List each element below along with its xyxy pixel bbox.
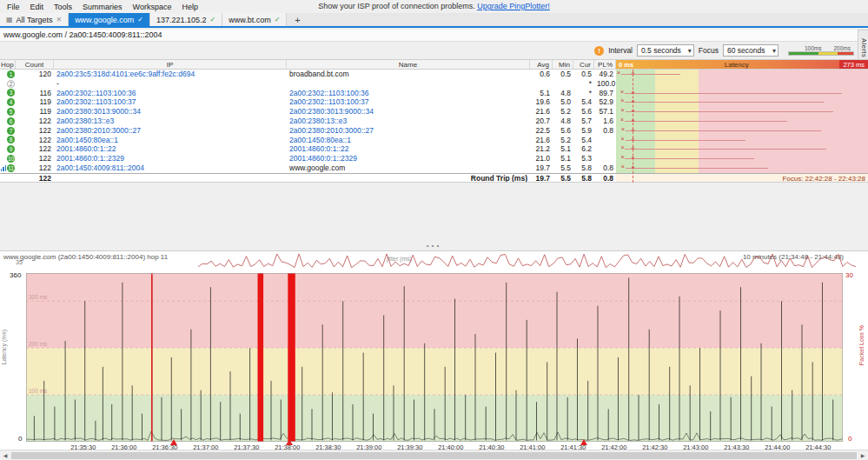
svg-text:200 ms: 200 ms <box>29 341 48 347</box>
close-tab-icon[interactable]: ✕ <box>56 16 62 23</box>
name-link[interactable]: www.google.com <box>287 163 530 173</box>
tab-label: www.bt.com <box>229 16 271 24</box>
cur-value: 6.2 <box>573 144 594 154</box>
name-link[interactable]: 2a00:2302::1103:100:36 <box>287 89 530 98</box>
ip-link[interactable]: 2a00:2302::1103:100:37 <box>54 97 287 107</box>
latency-cell[interactable] <box>616 79 868 89</box>
col-cur[interactable]: Cur <box>573 60 594 69</box>
min-value: 4.8 <box>553 117 573 126</box>
name-link[interactable]: 2a00:1450:80ea::1 <box>287 136 530 145</box>
latency-cell[interactable]: × <box>616 144 868 154</box>
latency-range-line <box>625 121 786 122</box>
min-marker-icon: × <box>620 97 624 106</box>
packet-loss-value <box>594 154 616 163</box>
count-value: 120 <box>16 70 54 79</box>
latency-cell[interactable]: × <box>616 163 868 173</box>
tab-www-bt-com[interactable]: www.bt.com✓ <box>222 13 287 26</box>
col-pl[interactable]: PL% <box>594 60 616 69</box>
table-row[interactable]: 31162a00:2302::1103:100:362a00:2302::110… <box>0 89 868 98</box>
latency-range-line <box>625 158 754 159</box>
cur-value: 5.3 <box>573 154 594 163</box>
horizontal-scrollbar[interactable]: ◀ ▶ <box>0 450 868 460</box>
name-link[interactable]: 2a00:2380:3013:9000::34 <box>287 107 530 117</box>
interval-select[interactable]: 0.5 seconds <box>637 44 694 57</box>
cur-value: 5.7 <box>573 117 594 126</box>
name-link[interactable]: 2a00:2380:13::e3 <box>287 117 530 126</box>
tab-www-google-com[interactable]: www.google.com✓ <box>69 13 150 26</box>
count-value: 122 <box>16 136 54 145</box>
tab-137-221-105-2[interactable]: 137.221.105.2✓ <box>150 13 222 26</box>
hop-badge: 10 <box>7 155 15 163</box>
table-row[interactable]: 61222a00:2380:13::e32a00:2380:13::e320.7… <box>0 117 868 126</box>
col-avg[interactable]: Avg <box>530 60 553 69</box>
tab-label: 137.221.105.2 <box>156 16 207 24</box>
mini-scale-max: 35 <box>16 259 23 265</box>
latency-cell[interactable]: × <box>616 154 868 163</box>
legend-100ms: 100ms <box>805 45 822 51</box>
latency-cell[interactable]: × <box>616 117 868 126</box>
ip-link[interactable]: 2a00:2302::1103:100:36 <box>54 89 287 98</box>
ip-link[interactable]: 2a00:1450:80ea::1 <box>54 136 287 145</box>
focus-select[interactable]: 60 seconds <box>723 44 779 57</box>
legend-gradient-bar <box>788 51 854 56</box>
min-marker-icon: × <box>621 107 625 116</box>
col-hop[interactable]: Hop <box>0 60 16 69</box>
name-link[interactable]: 2a00:2380:2010:3000::27 <box>287 126 530 136</box>
timeline-chart[interactable]: 300 ms200 ms100 ms <box>26 273 843 442</box>
ip-link[interactable]: 2001:4860:0:1::22 <box>54 144 287 154</box>
ip-link[interactable]: 2a00:23c5:318d:4101:ee6c:9aff:fe2c:d694 <box>54 70 287 79</box>
latency-cell[interactable]: × <box>616 107 868 117</box>
latency-cell[interactable]: × <box>616 70 868 79</box>
col-count[interactable]: Count <box>16 60 54 69</box>
col-min[interactable]: Min <box>553 60 573 69</box>
col-name[interactable]: Name <box>287 60 530 69</box>
scrollbar-thumb[interactable] <box>11 452 857 459</box>
mini-sparkline[interactable] <box>198 252 856 271</box>
target-title: www.google.com / 2a00:1450:4009:811::200… <box>3 30 162 39</box>
banner-text: Show your ISP proof of connection proble… <box>318 2 474 10</box>
scroll-right-icon[interactable]: ▶ <box>858 452 868 458</box>
table-row[interactable]: 101222001:4860:0:1::23292001:4860:0:1::2… <box>0 154 868 163</box>
latency-cell[interactable]: × <box>616 136 868 145</box>
latency-cell[interactable]: × <box>616 97 868 107</box>
focus-range-label: Focus: 22:42:28 - 22:43:28 <box>616 174 868 183</box>
ip-link[interactable]: 2001:4860:0:1::2329 <box>54 154 287 163</box>
scroll-left-icon[interactable]: ◀ <box>0 452 10 458</box>
notification-icon[interactable]: ! <box>594 46 604 56</box>
name-link[interactable]: 2001:4860:0:1::2329 <box>287 154 530 163</box>
table-row[interactable]: 71222a00:2380:2010:3000::272a00:2380:201… <box>0 126 868 136</box>
ip-link[interactable]: 2a00:1450:4009:811::2004 <box>54 163 287 173</box>
ip-link[interactable]: 2a00:2380:13::e3 <box>54 117 287 126</box>
targets-grid-icon: ▦ <box>6 16 13 23</box>
name-link[interactable]: 2a00:2302::1103:100:37 <box>287 97 530 107</box>
timeline-pane: www.google.com (2a00:1450:4009:811::2004… <box>0 250 868 450</box>
table-row[interactable]: 2-*100.0 <box>0 79 868 89</box>
table-row[interactable]: 11202a00:23c5:318d:4101:ee6c:9aff:fe2c:d… <box>0 70 868 79</box>
avg-value: 20.7 <box>530 117 553 126</box>
latency-cell[interactable]: × <box>616 89 868 98</box>
trace-grid: Hop Count IP Name Avg Min Cur PL% 0 ms L… <box>0 59 868 183</box>
table-row[interactable]: 81222a00:1450:80ea::12a00:1450:80ea::121… <box>0 136 868 145</box>
table-row[interactable]: 91222001:4860:0:1::222001:4860:0:1::2221… <box>0 144 868 154</box>
name-link[interactable]: 2001:4860:0:1::22 <box>287 144 530 154</box>
name-link[interactable]: broadband.bt.com <box>287 70 530 79</box>
table-row[interactable]: 51192a00:2380:3013:9000::342a00:2380:301… <box>0 107 868 117</box>
col-latency[interactable]: 0 ms Latency 273 ms <box>616 60 868 69</box>
upgrade-link[interactable]: Upgrade PingPlotter! <box>477 2 550 10</box>
hop-cell: 11 <box>0 163 16 173</box>
ip-link[interactable]: 2a00:2380:2010:3000::27 <box>54 126 287 136</box>
pane-splitter-handle[interactable]: ••• <box>0 242 868 250</box>
round-trip-row[interactable]: 122 Round Trip (ms) 19.7 5.5 5.8 0.8 Foc… <box>0 173 868 183</box>
table-row[interactable]: 41192a00:2302::1103:100:372a00:2302::110… <box>0 97 868 107</box>
ip-link[interactable]: 2a00:2380:3013:9000::34 <box>54 107 287 117</box>
avg-value: 21.2 <box>530 144 553 154</box>
latency-range-line <box>625 149 826 150</box>
new-tab-button[interactable]: + <box>287 13 308 26</box>
latency-range-line <box>626 111 833 112</box>
tab-all-targets[interactable]: ▦ All Targets ✕ <box>0 13 69 26</box>
hop-badge: 4 <box>7 98 15 106</box>
latency-cell[interactable]: × <box>616 126 868 136</box>
col-ip[interactable]: IP <box>54 60 287 69</box>
table-row[interactable]: 111222a00:1450:4009:811::2004www.google.… <box>0 163 868 173</box>
latency-range-line <box>626 130 821 131</box>
